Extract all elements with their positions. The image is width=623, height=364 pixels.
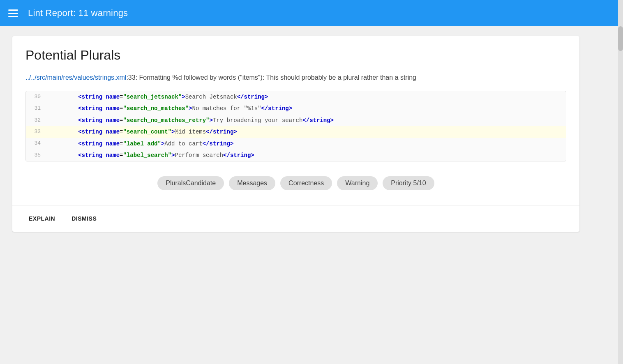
dismiss-button[interactable]: DISMISS (65, 211, 103, 226)
tags-row: PluralsCandidateMessagesCorrectnessWarni… (25, 173, 566, 197)
code-line: 32 <string name="search_no_matches_retry… (26, 115, 566, 126)
explain-button[interactable]: EXPLAIN (22, 211, 62, 226)
code-block: 30 <string name="search_jetsnack">Search… (25, 91, 566, 161)
card-title: Potential Plurals (25, 48, 566, 63)
line-content: <string name="search_jetsnack">Search Je… (47, 92, 566, 101)
tag-chip[interactable]: Priority 5/10 (383, 176, 434, 190)
scrollbar[interactable] (618, 0, 623, 364)
line-number: 35 (26, 151, 47, 160)
app-bar: Lint Report: 11 warnings (0, 0, 623, 26)
line-number: 32 (26, 116, 47, 125)
line-content: <string name="search_count">%1d items</s… (47, 127, 566, 136)
line-content: <string name="search_no_matches_retry">T… (47, 116, 566, 125)
code-line: 33 <string name="search_count">%1d items… (26, 126, 566, 138)
description: ../../src/main/res/values/strings.xml:33… (25, 73, 566, 83)
code-line: 30 <string name="search_jetsnack">Search… (26, 91, 566, 103)
hamburger-menu-button[interactable] (8, 9, 18, 17)
code-line: 31 <string name="search_no_matches">No m… (26, 103, 566, 114)
description-message: :33: Formatting %d followed by words ("i… (126, 74, 416, 81)
line-content: <string name="label_add">Add to cart</st… (47, 139, 566, 148)
lint-report-card: Potential Plurals ../../src/main/res/val… (12, 36, 579, 232)
file-link[interactable]: ../../src/main/res/values/strings.xml (25, 74, 126, 81)
tag-chip[interactable]: PluralsCandidate (157, 176, 224, 190)
main-content: Potential Plurals ../../src/main/res/val… (0, 26, 623, 364)
code-line: 35 <string name="label_search">Perform s… (26, 150, 566, 161)
line-content: <string name="label_search">Perform sear… (47, 151, 566, 160)
line-number: 30 (26, 93, 47, 101)
tag-chip[interactable]: Messages (229, 176, 275, 190)
line-number: 33 (26, 128, 47, 136)
line-content: <string name="search_no_matches">No matc… (47, 104, 566, 113)
tag-chip[interactable]: Correctness (280, 176, 332, 190)
line-number: 34 (26, 139, 47, 148)
scrollbar-thumb[interactable] (618, 26, 623, 51)
app-bar-title: Lint Report: 11 warnings (28, 8, 128, 18)
tag-chip[interactable]: Warning (337, 176, 378, 190)
line-number: 31 (26, 104, 47, 113)
card-footer: EXPLAINDISMISS (12, 205, 579, 232)
card-body: Potential Plurals ../../src/main/res/val… (12, 36, 579, 205)
code-line: 34 <string name="label_add">Add to cart<… (26, 138, 566, 150)
